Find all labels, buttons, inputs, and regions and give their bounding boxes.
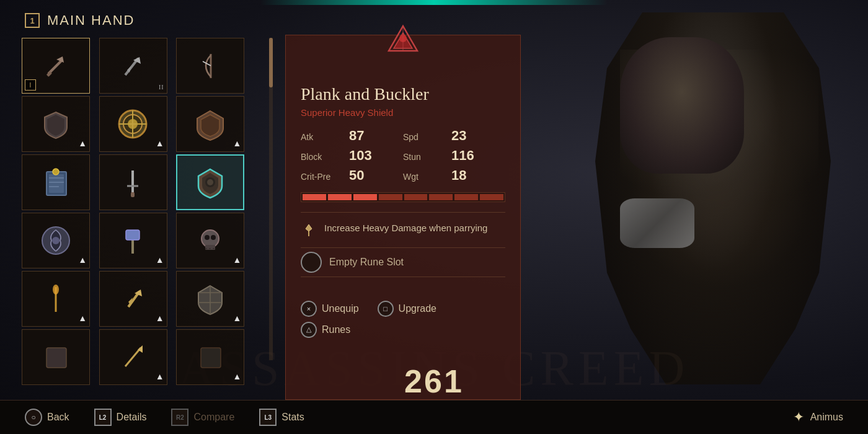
inventory-item[interactable] — [176, 154, 244, 210]
inventory-item[interactable]: ▲ — [22, 96, 90, 152]
svg-line-0 — [48, 60, 63, 74]
svg-rect-24 — [126, 230, 140, 240]
stat-value-atk: 87 — [349, 128, 364, 144]
bottom-bar: ○ Back L2 Details R2 Compare L3 Stats ✦ … — [0, 400, 868, 434]
stats-grid: Atk 87 Spd 23 Block 103 Stun 116 — [301, 128, 505, 184]
item-icon-blank — [34, 337, 78, 378]
stats-button[interactable]: L3 Stats — [259, 409, 304, 426]
inventory-item[interactable]: ▲ — [22, 213, 90, 268]
top-accent-bar — [0, 0, 868, 5]
back-label: Back — [47, 412, 69, 423]
l3-badge-icon: L3 — [259, 409, 277, 426]
inventory-item[interactable]: ▲ — [176, 213, 244, 268]
upgrade-segment-6 — [429, 194, 453, 200]
inventory-item[interactable]: ▲ — [99, 96, 167, 152]
inventory-grid: I II — [19, 35, 254, 388]
upgrade-bar — [301, 192, 505, 202]
x-button-icon: × — [301, 301, 317, 317]
detail-panel: Plank and Buckler Superior Heavy Shield … — [285, 35, 521, 400]
inventory-item[interactable]: ▲ — [176, 96, 244, 152]
section-title: Main Hand — [47, 12, 135, 29]
item-icon-largeshield — [188, 104, 232, 144]
inventory-item[interactable] — [22, 329, 90, 385]
stat-label-spd: Spd — [403, 132, 446, 142]
upgrade-arrow: ▲ — [156, 372, 164, 382]
inventory-item[interactable]: ▲ — [99, 271, 167, 327]
ability-row: Increase Heavy Damage when parrying — [301, 221, 505, 240]
stat-label-block: Block — [301, 152, 344, 162]
inventory-item[interactable]: ▲ — [99, 329, 167, 385]
runes-label: Runes — [322, 324, 350, 335]
stats-label: Stats — [281, 412, 304, 423]
item-icon-hammer — [112, 221, 155, 261]
upgrade-segment-3 — [353, 194, 377, 200]
svg-rect-38 — [46, 348, 66, 368]
svg-line-39 — [125, 348, 141, 366]
action-buttons: × Unequip □ Upgrade △ Runes — [301, 301, 505, 338]
inventory-panel: I II — [19, 35, 254, 400]
stat-label-crit: Crit-Pre — [301, 172, 344, 182]
l2-badge-icon: L2 — [94, 409, 112, 426]
triangle-button-icon: △ — [301, 322, 317, 338]
details-label: Details — [117, 412, 147, 423]
inventory-item[interactable]: I — [22, 38, 90, 94]
upgrade-button[interactable]: □ Upgrade — [378, 301, 436, 317]
svg-rect-40 — [201, 348, 221, 368]
scroll-bar[interactable] — [269, 38, 273, 360]
stat-value-spd: 23 — [451, 128, 466, 144]
stat-value-crit: 50 — [349, 167, 364, 184]
back-button[interactable]: ○ Back — [25, 409, 69, 426]
item-icon-shield — [34, 104, 78, 144]
upgrade-segment-8 — [480, 194, 503, 200]
svg-rect-18 — [131, 192, 135, 197]
item-icon-book — [34, 162, 78, 203]
ability-text: Increase Heavy Damage when parrying — [324, 221, 487, 234]
slot-badge: 1 — [25, 13, 40, 28]
upgrade-arrow: ▲ — [232, 139, 241, 149]
item-icon-bow — [188, 46, 232, 86]
circle-icon: ○ — [25, 409, 42, 426]
inventory-item[interactable]: ▲ — [176, 271, 244, 327]
inventory-item[interactable] — [99, 154, 167, 210]
svg-point-33 — [53, 285, 59, 294]
stat-label-wgt: Wgt — [403, 172, 446, 182]
inventory-item[interactable] — [176, 38, 244, 94]
ability-icon — [301, 223, 318, 240]
item-icon-skull — [188, 221, 232, 261]
unequip-button[interactable]: × Unequip — [301, 301, 359, 317]
inventory-item[interactable]: ▲ — [22, 271, 90, 327]
ability-section: Increase Heavy Damage when parrying Empt… — [301, 212, 505, 296]
viking-symbol-icon — [386, 24, 420, 58]
item-icon-roundshield2 — [188, 279, 232, 319]
item-icon-spear — [112, 337, 155, 378]
score-display: 261 — [404, 363, 464, 400]
upgrade-arrow: ▲ — [156, 314, 164, 324]
item-icon-axe3 — [112, 279, 155, 319]
inventory-item[interactable]: ▲ — [99, 213, 167, 268]
equipped-badge: I — [25, 79, 36, 91]
stat-label-stun: Stun — [403, 152, 446, 162]
svg-point-20 — [207, 179, 213, 185]
runes-button[interactable]: △ Runes — [301, 322, 350, 338]
inventory-item[interactable] — [22, 154, 90, 210]
details-button[interactable]: L2 Details — [94, 409, 147, 426]
inventory-item[interactable]: II — [99, 38, 167, 94]
stat-value-stun: 116 — [451, 148, 474, 164]
stat-wgt: Wgt 18 — [403, 167, 505, 184]
stat-label-atk: Atk — [301, 132, 344, 142]
stat-value-block: 103 — [349, 148, 372, 164]
item-icon-axe — [34, 46, 78, 86]
rune-circle-icon — [301, 252, 322, 273]
animus-label: Animus — [810, 412, 843, 423]
stat-spd: Spd 23 — [403, 128, 505, 144]
unequip-label: Unequip — [322, 303, 359, 314]
upgrade-arrow: ▲ — [78, 314, 87, 324]
inventory-item[interactable]: ▲ — [176, 329, 244, 385]
stat-atk: Atk 87 — [301, 128, 403, 144]
upgrade-segment-1 — [303, 194, 326, 200]
compare-button[interactable]: R2 Compare — [171, 409, 234, 426]
rune-slot-row[interactable]: Empty Rune Slot — [301, 247, 505, 277]
upgrade-arrow: ▲ — [232, 255, 241, 265]
stat-stun: Stun 116 — [403, 148, 505, 164]
svg-point-25 — [202, 230, 219, 247]
